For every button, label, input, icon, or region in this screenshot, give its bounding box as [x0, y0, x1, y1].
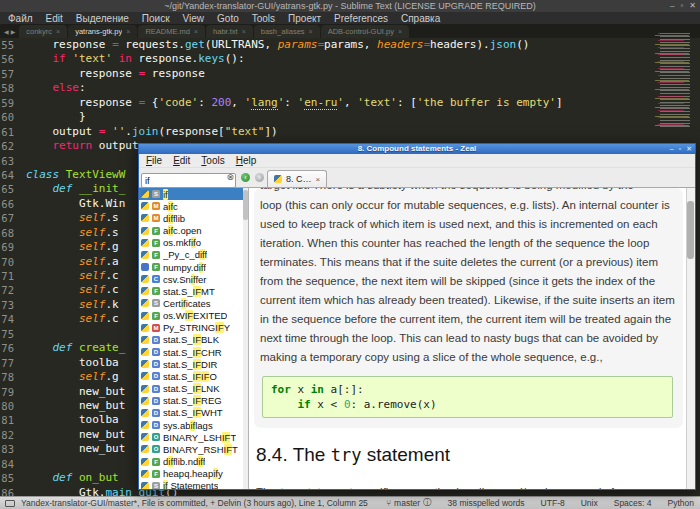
search-result-item[interactable]: Dstat.S_IFWHT — [139, 407, 248, 419]
menu-item[interactable]: Edit — [46, 13, 63, 24]
search-result-item[interactable]: Fos.WIFEXITED — [139, 310, 248, 322]
zeal-menu-item[interactable]: Edit — [173, 155, 190, 166]
search-result-item[interactable]: Fos.mkfifo — [139, 237, 248, 249]
sublime-status-icon[interactable] — [5, 500, 15, 507]
search-result-item[interactable]: Fnumpy.diff — [139, 261, 248, 273]
close-icon[interactable]: × — [194, 28, 198, 35]
maximize-icon[interactable]: ▫ — [679, 144, 681, 154]
content-scrollbar-thumb[interactable] — [687, 201, 694, 259]
search-result-item[interactable]: Ccsv.Sniffer — [139, 273, 248, 285]
nav-back-button[interactable]: ‹ — [241, 173, 250, 182]
code-line[interactable]: 55 response = requests.get(URLTRANS, par… — [0, 38, 700, 52]
editor-tab[interactable]: conkyrc× — [19, 25, 67, 38]
search-result-item[interactable]: Dstat.S_IFBLK — [139, 334, 248, 346]
nav-forward-button[interactable]: › — [255, 173, 264, 182]
line-number: 73 — [0, 298, 26, 312]
zeal-titlebar[interactable]: 8. Compound statements - Zeal – ▫ ✕ — [139, 144, 695, 154]
status-item[interactable]: UTF-8 — [541, 498, 565, 508]
tab-scroll-arrows[interactable]: ◀ ▶ — [0, 24, 19, 38]
close-icon[interactable]: ✕ — [686, 144, 692, 154]
search-result-item[interactable]: Dstat.S_IFDIR — [139, 358, 248, 370]
data-type-icon: D — [152, 409, 160, 417]
minimize-icon[interactable]: – — [670, 0, 674, 12]
close-icon[interactable]: × — [242, 28, 246, 35]
search-result-item[interactable]: MPy_STRINGIFY — [139, 322, 248, 334]
search-clear-icon[interactable]: ⊗ — [226, 172, 234, 183]
status-item[interactable]: Unix — [581, 498, 598, 508]
search-result-item[interactable]: Maifc — [139, 200, 248, 212]
zeal-menu-item[interactable]: Help — [236, 155, 257, 166]
search-result-item[interactable]: F_Py_c_diff — [139, 249, 248, 261]
code-line[interactable]: 56 if 'text' in response.keys(): — [0, 52, 700, 66]
code-line[interactable]: 61 output = ''.join(response["text"]) — [0, 125, 700, 139]
list-scrollbar-thumb[interactable] — [243, 190, 248, 220]
search-result-item[interactable]: Dstat.S_IFCHR — [139, 346, 248, 358]
menu-item[interactable]: View — [183, 13, 205, 24]
line-number: 61 — [0, 125, 26, 139]
zeal-menu-item[interactable]: Tools — [201, 155, 224, 166]
close-icon[interactable]: ✕ — [689, 0, 696, 12]
search-result-item[interactable]: Fdifflib.ndiff — [139, 455, 248, 467]
code-text: if 'text' in response.keys(): — [26, 52, 245, 66]
tab-scroll-left-icon[interactable]: ◀ — [4, 28, 9, 35]
menu-item[interactable]: Goto — [217, 13, 239, 24]
status-item[interactable]: Spaces: 4 — [614, 498, 652, 508]
result-label: stat.S_IFREG — [163, 395, 222, 406]
menu-item[interactable]: Preferences — [334, 13, 388, 24]
zeal-menu-item[interactable]: File — [146, 155, 162, 166]
function-type-icon: F — [152, 227, 160, 235]
code-line[interactable]: 59 response = {'code': 200, 'lang': 'en-… — [0, 96, 700, 110]
python-icon — [141, 482, 149, 489]
search-result-item[interactable]: SCertificates — [139, 297, 248, 309]
code-text: self.g — [26, 240, 119, 254]
editor-tab[interactable]: habr.txt× — [206, 25, 253, 38]
minimap[interactable] — [654, 33, 696, 127]
menu-item[interactable]: Поиск — [142, 13, 170, 24]
close-icon[interactable]: × — [126, 28, 130, 35]
code-line[interactable]: 58 else: — [0, 81, 700, 95]
close-icon[interactable]: × — [316, 175, 321, 184]
search-result-item[interactable]: Dsys.abiflags — [139, 419, 248, 431]
maximize-icon[interactable]: ▫ — [680, 0, 683, 12]
editor-tab[interactable]: yatrans-gtk.py× — [68, 25, 137, 38]
doc-paragraph-1: loop (this can only occur for mutable se… — [260, 196, 675, 367]
git-branch-chip[interactable]: ⑂ master ⓘ — [386, 497, 432, 509]
tab-scroll-right-icon[interactable]: ▶ — [11, 28, 16, 35]
search-result-item[interactable]: Dstat.S_IFREG — [139, 395, 248, 407]
close-icon[interactable]: × — [398, 28, 402, 35]
menu-item[interactable]: Справка — [401, 13, 440, 24]
menu-item[interactable]: Выделение — [76, 13, 129, 24]
menu-item[interactable]: Tools — [252, 13, 275, 24]
try-statement-link[interactable]: try — [279, 486, 299, 489]
zeal-doc-tab[interactable]: 8. C… × — [267, 170, 327, 187]
search-result-item[interactable]: Dstat.S_IFLNK — [139, 383, 248, 395]
result-label: Certificates — [163, 298, 211, 309]
search-result-item[interactable]: OBINARY_RSHIFT — [139, 443, 248, 455]
editor-tab[interactable]: ADB-control-GUI.py× — [321, 25, 409, 38]
code-line[interactable]: 57 response = response — [0, 67, 700, 81]
search-result-item[interactable]: Mdifflib — [139, 212, 248, 224]
close-icon[interactable]: × — [56, 28, 60, 35]
editor-tab[interactable]: README.md× — [138, 25, 205, 38]
minimize-icon[interactable]: – — [670, 144, 674, 154]
status-item[interactable]: Python — [668, 498, 694, 508]
list-scrollbar[interactable] — [243, 188, 248, 489]
search-result-item[interactable]: Fstat.S_IFMT — [139, 285, 248, 297]
search-result-item[interactable]: Fheapq.heapify — [139, 468, 248, 480]
close-icon[interactable]: × — [309, 28, 313, 35]
search-result-item[interactable]: Sif Statements — [139, 480, 248, 489]
menu-item[interactable]: Файл — [8, 13, 33, 24]
search-result-item[interactable]: Faifc.open — [139, 224, 248, 236]
search-result-item[interactable]: OBINARY_LSHIFT — [139, 431, 248, 443]
code-line[interactable]: 60 } — [0, 110, 700, 124]
zeal-tab-label: 8. C… — [286, 174, 312, 184]
search-result-item[interactable]: Dstat.S_IFIFO — [139, 370, 248, 382]
status-item[interactable]: 38 misspelled words — [448, 498, 525, 508]
branch-name: master — [394, 498, 420, 508]
content-scrollbar[interactable] — [686, 188, 695, 489]
line-number: 78 — [0, 370, 26, 384]
menu-item[interactable]: Проект — [288, 13, 321, 24]
editor-tab[interactable]: bash_aliases× — [254, 25, 320, 38]
search-input[interactable] — [141, 173, 236, 188]
search-result-item[interactable]: Sif — [139, 188, 248, 200]
